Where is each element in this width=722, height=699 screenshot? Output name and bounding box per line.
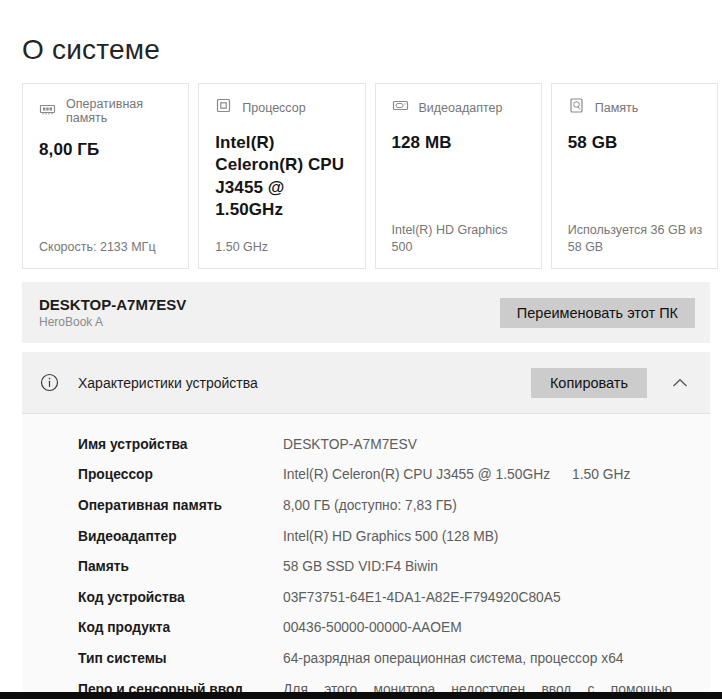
hardware-cards: Оперативная память 8,00 ГБ Скорость: 213… xyxy=(22,83,718,269)
device-specs-header[interactable]: Характеристики устройства Копировать xyxy=(22,352,710,414)
device-specs-panel: Характеристики устройства Копировать Имя… xyxy=(22,352,710,699)
spec-row-storage: Память 58 GB SSD VID:F4 Biwin xyxy=(78,551,710,582)
device-specs-title: Характеристики устройства xyxy=(78,375,258,391)
card-ram-value: 8,00 ГБ xyxy=(39,139,174,161)
card-ram-footer: Скорость: 2133 МГц xyxy=(39,239,174,256)
card-storage: Память 58 GB Используется 36 GB из 58 GB xyxy=(551,83,718,269)
card-ram-label: Оперативная память xyxy=(66,97,174,125)
spec-value: 03F73751-64E1-4DA1-A82E-F794920C80A5 xyxy=(283,590,710,605)
page-title: О системе xyxy=(22,34,710,66)
spec-value: DESKTOP-A7M7ESV xyxy=(283,437,710,452)
card-storage-label: Память xyxy=(595,101,639,115)
chevron-up-icon[interactable] xyxy=(672,378,688,388)
card-cpu-footer: 1.50 GHz xyxy=(215,239,350,256)
gpu-icon xyxy=(392,97,409,118)
card-storage-footer: Используется 36 GB из 58 GB xyxy=(568,222,703,256)
spec-value: Intel(R) HD Graphics 500 (128 MB) xyxy=(283,529,710,544)
spec-value: 64-разрядная операционная система, проце… xyxy=(283,651,710,666)
card-gpu: Видеоадаптер 128 MB Intel(R) HD Graphics… xyxy=(375,83,542,269)
card-ram: Оперативная память 8,00 ГБ Скорость: 213… xyxy=(22,83,189,269)
card-gpu-value: 128 MB xyxy=(392,132,527,154)
about-settings-page: О системе Оперативная память 8,00 ГБ Ско… xyxy=(0,0,722,699)
card-cpu-value: Intel(R) Celeron(R) CPU J3455 @ 1.50GHz xyxy=(215,132,350,222)
spec-label: Видеоадаптер xyxy=(78,529,283,544)
rename-pc-button[interactable]: Переименовать этот ПК xyxy=(500,298,695,328)
device-name-bar: DESKTOP-A7M7ESV HeroBook A Переименовать… xyxy=(22,282,710,343)
spec-row-device-name: Имя устройства DESKTOP-A7M7ESV xyxy=(78,429,710,460)
disk-icon xyxy=(568,97,585,118)
spec-value: 00436-50000-00000-AAOEM xyxy=(283,620,710,635)
spec-label: Тип системы xyxy=(78,651,283,666)
cpu-icon xyxy=(215,97,232,118)
card-gpu-label: Видеоадаптер xyxy=(419,101,503,115)
card-gpu-footer: Intel(R) HD Graphics 500 xyxy=(392,222,527,256)
spec-row-ram: Оперативная память 8,00 ГБ (доступно: 7,… xyxy=(78,490,710,521)
spec-label: Код продукта xyxy=(78,620,283,635)
spec-value-clock: 1.50 GHz xyxy=(572,467,630,482)
spec-row-processor: Процессор Intel(R) Celeron(R) CPU J3455 … xyxy=(78,460,710,491)
spec-label: Память xyxy=(78,559,283,574)
device-name: DESKTOP-A7M7ESV xyxy=(39,296,186,313)
device-model: HeroBook A xyxy=(39,315,186,329)
spec-row-product-id: Код продукта 00436-50000-00000-AAOEM xyxy=(78,613,710,644)
spec-row-system-type: Тип системы 64-разрядная операционная си… xyxy=(78,643,710,674)
spec-value: 8,00 ГБ (доступно: 7,83 ГБ) xyxy=(283,498,710,513)
card-cpu: Процессор Intel(R) Celeron(R) CPU J3455 … xyxy=(198,83,365,269)
copy-button[interactable]: Копировать xyxy=(531,368,647,398)
spec-label: Код устройства xyxy=(78,590,283,605)
ram-icon xyxy=(39,101,56,122)
spec-row-gpu: Видеоадаптер Intel(R) HD Graphics 500 (1… xyxy=(78,521,710,552)
card-storage-value: 58 GB xyxy=(568,132,703,154)
spec-label: Оперативная память xyxy=(78,498,283,513)
device-specs-table: Имя устройства DESKTOP-A7M7ESV Процессор… xyxy=(22,414,710,699)
spec-row-device-id: Код устройства 03F73751-64E1-4DA1-A82E-F… xyxy=(78,582,710,613)
info-icon xyxy=(40,373,59,392)
spec-value: Intel(R) Celeron(R) CPU J3455 @ 1.50GHz1… xyxy=(283,467,710,482)
spec-label: Имя устройства xyxy=(78,437,283,452)
spec-value: 58 GB SSD VID:F4 Biwin xyxy=(283,559,710,574)
spec-label: Процессор xyxy=(78,467,283,482)
window-bottom-edge xyxy=(0,692,722,699)
card-cpu-label: Процессор xyxy=(242,101,305,115)
